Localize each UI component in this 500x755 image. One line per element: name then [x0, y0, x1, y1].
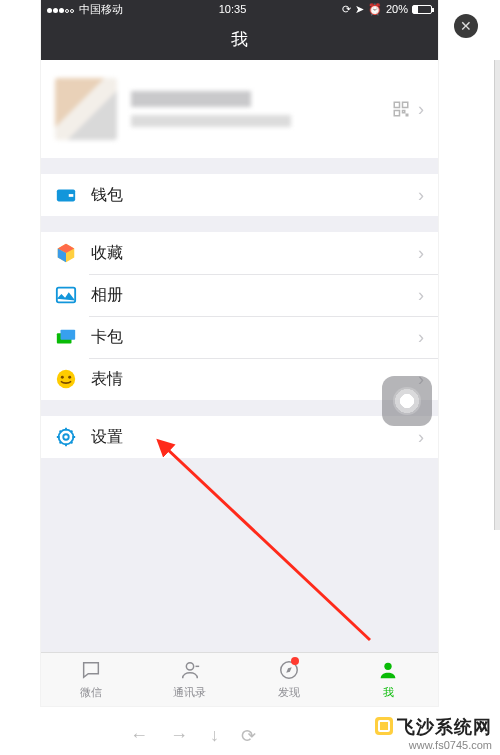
svg-point-9	[63, 434, 69, 440]
row-cards[interactable]: 卡包 ›	[41, 316, 438, 358]
cube-icon	[55, 242, 77, 264]
status-bar: 中国移动 10:35 ⟳ ➤ ⏰ 20%	[41, 0, 438, 18]
person-icon	[376, 659, 400, 681]
watermark-logo-icon	[375, 717, 393, 735]
items-section: 收藏 › 相册 › 卡包 › 表情 ›	[41, 232, 438, 400]
carrier-label: 中国移动	[79, 2, 123, 17]
battery-pct: 20%	[386, 3, 408, 15]
row-label: 表情	[91, 369, 418, 390]
row-label: 设置	[91, 427, 418, 448]
row-label: 钱包	[91, 185, 418, 206]
page-title: 我	[231, 28, 248, 51]
phone-frame: 中国移动 10:35 ⟳ ➤ ⏰ 20% 我 ›	[41, 0, 438, 706]
browser-scrollbar[interactable]	[494, 60, 500, 530]
row-favorites[interactable]: 收藏 ›	[41, 232, 438, 274]
nav-bar: 我	[41, 18, 438, 60]
battery-icon	[412, 5, 432, 14]
signal-dots-icon	[47, 3, 75, 15]
row-label: 收藏	[91, 243, 418, 264]
profile-id-blurred	[131, 115, 291, 127]
chat-icon	[79, 659, 103, 681]
lock-icon: ⟳	[342, 3, 351, 16]
row-settings[interactable]: 设置 ›	[41, 416, 438, 458]
card-icon	[55, 326, 77, 348]
chevron-right-icon: ›	[418, 327, 424, 348]
svg-rect-4	[61, 330, 76, 340]
browser-toolbar: ← → ↓ ⟳	[130, 725, 256, 747]
profile-row[interactable]: ›	[41, 60, 438, 158]
row-label: 卡包	[91, 327, 418, 348]
watermark-url: www.fs0745.com	[375, 739, 492, 751]
chevron-right-icon: ›	[418, 185, 424, 206]
watermark: 飞沙系统网 www.fs0745.com	[375, 715, 492, 751]
download-button[interactable]: ↓	[210, 725, 219, 747]
qr-code-icon	[392, 100, 410, 118]
row-label: 相册	[91, 285, 418, 306]
refresh-button[interactable]: ⟳	[241, 725, 256, 747]
emoji-icon	[55, 368, 77, 390]
profile-info	[131, 91, 392, 127]
location-icon: ➤	[355, 3, 364, 16]
row-stickers[interactable]: 表情 ›	[41, 358, 438, 400]
wallet-section: 钱包 ›	[41, 174, 438, 216]
gear-icon	[55, 426, 77, 448]
settings-section: 设置 ›	[41, 416, 438, 458]
contacts-icon	[178, 659, 202, 681]
profile-section: ›	[41, 60, 438, 158]
assistive-touch[interactable]	[382, 376, 432, 426]
profile-name-blurred	[131, 91, 251, 107]
close-button[interactable]: ✕	[454, 14, 478, 38]
forward-button[interactable]: →	[170, 725, 188, 747]
svg-point-6	[61, 376, 64, 379]
tab-chats[interactable]: 微信	[41, 653, 140, 706]
row-wallet[interactable]: 钱包 ›	[41, 174, 438, 216]
tab-bar: 微信 通讯录 发现 我	[41, 652, 438, 706]
chevron-right-icon: ›	[418, 285, 424, 306]
alarm-icon: ⏰	[368, 3, 382, 16]
tab-label: 我	[383, 685, 394, 700]
assistive-touch-icon	[393, 387, 421, 415]
tab-label: 通讯录	[173, 685, 206, 700]
chevron-right-icon: ›	[418, 243, 424, 264]
watermark-title: 飞沙系统网	[397, 717, 492, 737]
tab-label: 发现	[278, 685, 300, 700]
chevron-right-icon: ›	[418, 99, 424, 120]
svg-point-7	[68, 376, 71, 379]
clock: 10:35	[219, 3, 247, 15]
tab-me[interactable]: 我	[339, 653, 438, 706]
tab-contacts[interactable]: 通讯录	[140, 653, 239, 706]
chevron-right-icon: ›	[418, 427, 424, 448]
svg-point-5	[57, 370, 75, 388]
svg-point-10	[186, 663, 193, 670]
close-icon: ✕	[460, 18, 472, 34]
back-button[interactable]: ←	[130, 725, 148, 747]
wallet-icon	[55, 184, 77, 206]
row-album[interactable]: 相册 ›	[41, 274, 438, 316]
tab-discover[interactable]: 发现	[240, 653, 339, 706]
avatar	[55, 78, 117, 140]
photo-icon	[55, 284, 77, 306]
svg-rect-1	[69, 194, 74, 197]
svg-point-12	[385, 663, 392, 670]
tab-label: 微信	[80, 685, 102, 700]
